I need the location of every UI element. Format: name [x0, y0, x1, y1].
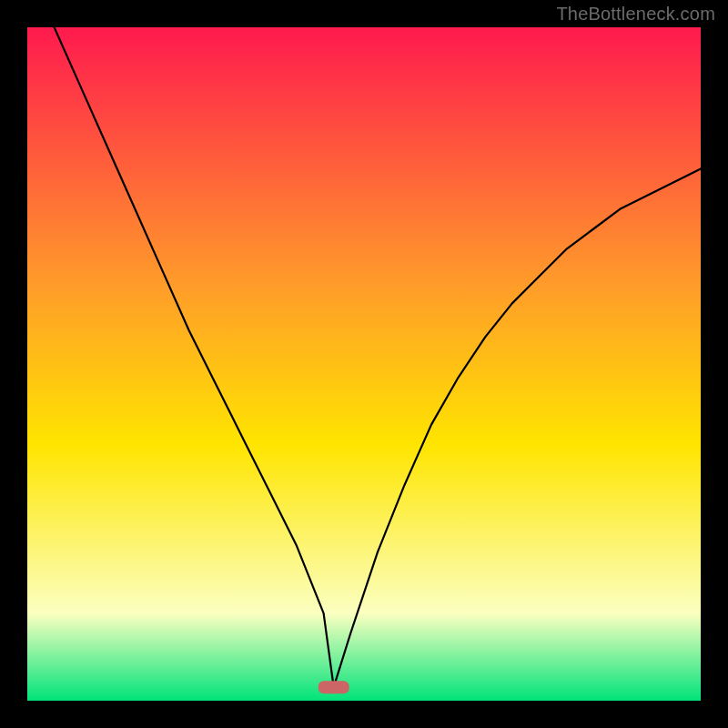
- chart-frame: TheBottleneck.com: [0, 0, 728, 728]
- chart-svg: [27, 27, 701, 701]
- gradient-background: [27, 27, 701, 701]
- plot-area: [27, 27, 701, 701]
- watermark-text: TheBottleneck.com: [556, 4, 715, 25]
- target-marker: [318, 681, 349, 693]
